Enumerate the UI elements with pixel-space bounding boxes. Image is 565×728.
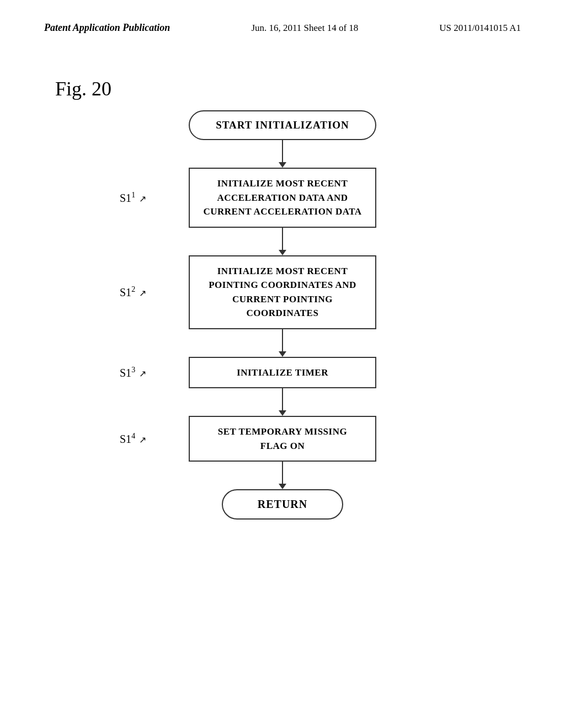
step-s12-container: S12 ↗ INITIALIZE MOST RECENTPOINTING COO… xyxy=(89,255,476,329)
arrow-line-4 xyxy=(282,388,283,410)
step-s11-node: INITIALIZE MOST RECENTACCELERATION DATA … xyxy=(189,168,376,228)
arrow-4 xyxy=(279,388,286,416)
arrow-line-3 xyxy=(282,329,283,351)
date-sheet-label: Jun. 16, 2011 Sheet 14 of 18 xyxy=(251,23,358,34)
publication-label: Patent Application Publication xyxy=(44,22,170,34)
step-s12-label: S12 ↗ xyxy=(120,285,146,299)
figure-label: Fig. 20 xyxy=(55,77,111,100)
step-s14-sub: 4 xyxy=(131,432,135,440)
step-s14-label: S14 ↗ xyxy=(120,432,146,446)
step-s13-node: INITIALIZE TIMER xyxy=(189,357,376,389)
step-s11-container: S11 ↗ INITIALIZE MOST RECENTACCELERATION… xyxy=(89,168,476,228)
step-s14-node: SET TEMPORARY MISSINGFLAG ON xyxy=(189,416,376,462)
step-s14-container: S14 ↗ SET TEMPORARY MISSINGFLAG ON xyxy=(89,416,476,462)
step-s13-label: S13 ↗ xyxy=(120,366,146,379)
page: Patent Application Publication Jun. 16, … xyxy=(0,0,565,728)
arrow-head-2 xyxy=(279,250,286,255)
arrow-5 xyxy=(279,462,286,489)
arrow-line-2 xyxy=(282,228,283,250)
flowchart: START INITIALIZATION S11 ↗ INITIALIZE MO… xyxy=(0,110,565,520)
arrow-1 xyxy=(279,140,286,168)
step-s14-node-wrapper: SET TEMPORARY MISSINGFLAG ON xyxy=(189,416,376,462)
start-node: START INITIALIZATION xyxy=(189,110,376,140)
step-s13-node-wrapper: INITIALIZE TIMER xyxy=(189,357,376,389)
page-header: Patent Application Publication Jun. 16, … xyxy=(0,22,565,34)
arrow-line-1 xyxy=(282,140,283,162)
step-s12-sub: 2 xyxy=(131,285,135,293)
flowchart-inner: START INITIALIZATION S11 ↗ INITIALIZE MO… xyxy=(89,110,476,520)
step-s11-sub: 1 xyxy=(131,191,135,199)
arrow-head-1 xyxy=(279,162,286,168)
step-s12-node: INITIALIZE MOST RECENTPOINTING COORDINAT… xyxy=(189,255,376,329)
arrow-2 xyxy=(279,228,286,255)
step-s12-node-wrapper: INITIALIZE MOST RECENTPOINTING COORDINAT… xyxy=(189,255,376,329)
arrow-line-5 xyxy=(282,462,283,484)
step-s11-label: S11 ↗ xyxy=(120,191,146,205)
arrow-head-3 xyxy=(279,351,286,357)
step-s13-sub: 3 xyxy=(131,366,135,374)
patent-number-label: US 2011/0141015 A1 xyxy=(439,23,521,34)
step-s13-container: S13 ↗ INITIALIZE TIMER xyxy=(89,357,476,389)
return-node: RETURN xyxy=(222,489,343,520)
arrow-head-5 xyxy=(279,484,286,489)
arrow-3 xyxy=(279,329,286,357)
arrow-head-4 xyxy=(279,410,286,416)
step-s11-node-wrapper: INITIALIZE MOST RECENTACCELERATION DATA … xyxy=(189,168,376,228)
